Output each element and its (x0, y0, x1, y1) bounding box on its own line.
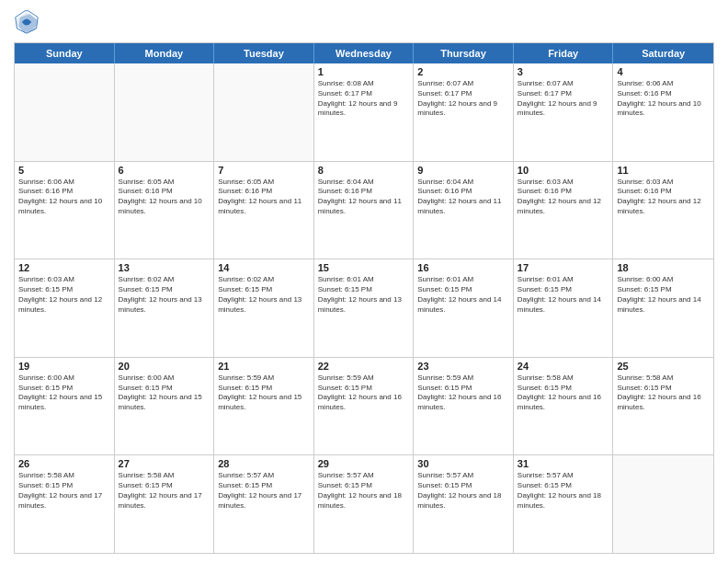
calendar-cell (214, 63, 314, 161)
day-number: 14 (218, 262, 310, 273)
day-number: 23 (417, 361, 509, 372)
cell-info: Sunrise: 6:00 AMSunset: 6:15 PMDaylight:… (617, 275, 710, 315)
calendar-cell: 23Sunrise: 5:59 AMSunset: 6:15 PMDayligh… (414, 358, 514, 455)
calendar-row: 1Sunrise: 6:08 AMSunset: 6:17 PMDaylight… (15, 63, 713, 162)
calendar-cell: 20Sunrise: 6:00 AMSunset: 6:15 PMDayligh… (115, 358, 215, 455)
calendar-cell: 18Sunrise: 6:00 AMSunset: 6:15 PMDayligh… (613, 259, 713, 357)
day-of-week-header: Friday (514, 43, 614, 63)
cell-info: Sunrise: 6:03 AMSunset: 6:16 PMDaylight:… (518, 178, 609, 217)
cell-info: Sunrise: 6:04 AMSunset: 6:16 PMDaylight:… (417, 178, 509, 217)
calendar-cell: 14Sunrise: 6:02 AMSunset: 6:15 PMDayligh… (214, 259, 314, 357)
logo-icon (14, 9, 40, 35)
cell-info: Sunrise: 6:06 AMSunset: 6:16 PMDaylight:… (18, 178, 110, 217)
day-of-week-header: Saturday (613, 43, 713, 63)
calendar-cell: 22Sunrise: 5:59 AMSunset: 6:15 PMDayligh… (314, 358, 415, 455)
day-number: 17 (518, 262, 609, 273)
cell-info: Sunrise: 6:00 AMSunset: 6:15 PMDaylight:… (119, 373, 210, 413)
day-number: 30 (417, 458, 509, 469)
calendar-cell: 8Sunrise: 6:04 AMSunset: 6:16 PMDaylight… (314, 162, 415, 259)
calendar-cell: 5Sunrise: 6:06 AMSunset: 6:16 PMDaylight… (15, 162, 115, 259)
calendar-cell: 1Sunrise: 6:08 AMSunset: 6:17 PMDaylight… (314, 63, 415, 161)
cell-info: Sunrise: 5:57 AMSunset: 6:15 PMDaylight:… (417, 471, 509, 511)
cell-info: Sunrise: 6:05 AMSunset: 6:16 PMDaylight:… (218, 178, 310, 217)
day-number: 12 (18, 262, 110, 273)
calendar-cell: 30Sunrise: 5:57 AMSunset: 6:15 PMDayligh… (414, 455, 514, 553)
day-number: 1 (318, 66, 410, 77)
day-of-week-header: Wednesday (314, 43, 415, 63)
calendar-cell: 15Sunrise: 6:01 AMSunset: 6:15 PMDayligh… (314, 259, 415, 357)
calendar-cell: 4Sunrise: 6:06 AMSunset: 6:16 PMDaylight… (613, 63, 713, 161)
day-number: 18 (617, 262, 710, 273)
cell-info: Sunrise: 6:03 AMSunset: 6:15 PMDaylight:… (18, 275, 110, 315)
cell-info: Sunrise: 5:57 AMSunset: 6:15 PMDaylight:… (518, 471, 609, 511)
cell-info: Sunrise: 5:58 AMSunset: 6:15 PMDaylight:… (617, 373, 710, 413)
header (14, 9, 714, 35)
day-number: 5 (18, 165, 110, 176)
calendar-cell (15, 63, 115, 161)
calendar-header: SundayMondayTuesdayWednesdayThursdayFrid… (15, 43, 713, 63)
day-number: 24 (518, 361, 609, 372)
calendar-row: 12Sunrise: 6:03 AMSunset: 6:15 PMDayligh… (15, 259, 713, 358)
day-number: 10 (518, 165, 609, 176)
calendar-cell: 19Sunrise: 6:00 AMSunset: 6:15 PMDayligh… (15, 358, 115, 455)
calendar-row: 5Sunrise: 6:06 AMSunset: 6:16 PMDaylight… (15, 162, 713, 260)
logo (14, 9, 43, 35)
day-number: 11 (617, 165, 710, 176)
calendar-cell: 7Sunrise: 6:05 AMSunset: 6:16 PMDaylight… (214, 162, 314, 259)
cell-info: Sunrise: 5:58 AMSunset: 6:15 PMDaylight:… (518, 373, 609, 413)
calendar-body: 1Sunrise: 6:08 AMSunset: 6:17 PMDaylight… (15, 63, 713, 553)
calendar-cell: 31Sunrise: 5:57 AMSunset: 6:15 PMDayligh… (514, 455, 614, 553)
day-number: 21 (218, 361, 310, 372)
cell-info: Sunrise: 5:57 AMSunset: 6:15 PMDaylight:… (318, 471, 410, 511)
day-number: 27 (119, 458, 210, 469)
day-number: 28 (218, 458, 310, 469)
calendar-cell: 29Sunrise: 5:57 AMSunset: 6:15 PMDayligh… (314, 455, 415, 553)
calendar: SundayMondayTuesdayWednesdayThursdayFrid… (14, 42, 714, 554)
cell-info: Sunrise: 5:59 AMSunset: 6:15 PMDaylight:… (218, 373, 310, 413)
calendar-cell (613, 455, 713, 553)
day-number: 16 (417, 262, 509, 273)
day-of-week-header: Sunday (15, 43, 115, 63)
cell-info: Sunrise: 6:02 AMSunset: 6:15 PMDaylight:… (119, 275, 210, 315)
day-number: 31 (518, 458, 609, 469)
day-number: 4 (617, 66, 710, 77)
calendar-cell: 3Sunrise: 6:07 AMSunset: 6:17 PMDaylight… (514, 63, 614, 161)
calendar-cell: 10Sunrise: 6:03 AMSunset: 6:16 PMDayligh… (514, 162, 614, 259)
cell-info: Sunrise: 6:06 AMSunset: 6:16 PMDaylight:… (617, 79, 710, 119)
calendar-cell: 27Sunrise: 5:58 AMSunset: 6:15 PMDayligh… (115, 455, 215, 553)
calendar-cell: 17Sunrise: 6:01 AMSunset: 6:15 PMDayligh… (514, 259, 614, 357)
calendar-cell: 24Sunrise: 5:58 AMSunset: 6:15 PMDayligh… (514, 358, 614, 455)
day-number: 15 (318, 262, 410, 273)
cell-info: Sunrise: 5:57 AMSunset: 6:15 PMDaylight:… (218, 471, 310, 511)
cell-info: Sunrise: 6:03 AMSunset: 6:16 PMDaylight:… (617, 178, 710, 217)
day-number: 3 (518, 66, 609, 77)
cell-info: Sunrise: 6:00 AMSunset: 6:15 PMDaylight:… (18, 373, 110, 413)
day-number: 29 (318, 458, 410, 469)
calendar-cell: 26Sunrise: 5:58 AMSunset: 6:15 PMDayligh… (15, 455, 115, 553)
day-number: 19 (18, 361, 110, 372)
cell-info: Sunrise: 5:58 AMSunset: 6:15 PMDaylight:… (18, 471, 110, 511)
calendar-cell: 9Sunrise: 6:04 AMSunset: 6:16 PMDaylight… (414, 162, 514, 259)
cell-info: Sunrise: 6:04 AMSunset: 6:16 PMDaylight:… (318, 178, 410, 217)
day-number: 26 (18, 458, 110, 469)
cell-info: Sunrise: 6:01 AMSunset: 6:15 PMDaylight:… (318, 275, 410, 315)
day-of-week-header: Monday (115, 43, 215, 63)
calendar-cell: 13Sunrise: 6:02 AMSunset: 6:15 PMDayligh… (115, 259, 215, 357)
day-number: 7 (218, 165, 310, 176)
calendar-cell: 11Sunrise: 6:03 AMSunset: 6:16 PMDayligh… (613, 162, 713, 259)
day-number: 9 (417, 165, 509, 176)
day-number: 6 (119, 165, 210, 176)
cell-info: Sunrise: 5:59 AMSunset: 6:15 PMDaylight:… (318, 373, 410, 413)
page: SundayMondayTuesdayWednesdayThursdayFrid… (0, 0, 728, 563)
calendar-row: 26Sunrise: 5:58 AMSunset: 6:15 PMDayligh… (15, 455, 713, 553)
day-number: 20 (119, 361, 210, 372)
calendar-cell (115, 63, 215, 161)
calendar-cell: 6Sunrise: 6:05 AMSunset: 6:16 PMDaylight… (115, 162, 215, 259)
cell-info: Sunrise: 5:59 AMSunset: 6:15 PMDaylight:… (417, 373, 509, 413)
cell-info: Sunrise: 6:01 AMSunset: 6:15 PMDaylight:… (417, 275, 509, 315)
day-number: 13 (119, 262, 210, 273)
calendar-cell: 25Sunrise: 5:58 AMSunset: 6:15 PMDayligh… (613, 358, 713, 455)
day-number: 25 (617, 361, 710, 372)
day-number: 8 (318, 165, 410, 176)
cell-info: Sunrise: 5:58 AMSunset: 6:15 PMDaylight:… (119, 471, 210, 511)
